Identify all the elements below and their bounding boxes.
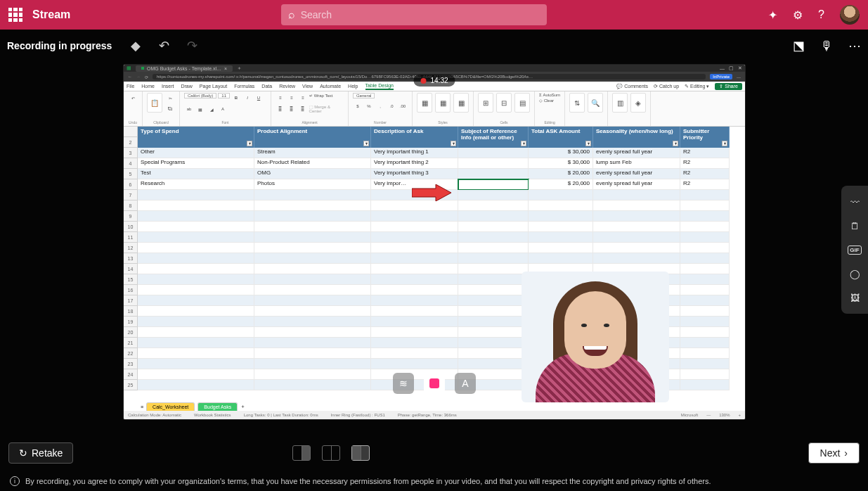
sort-filter-btn[interactable]: ⇅ [569, 93, 585, 113]
cell[interactable] [458, 327, 529, 338]
cell[interactable] [138, 253, 254, 264]
cell[interactable] [458, 359, 529, 369]
table-row[interactable]: TestOMGVery important thing 3$ 20,000eve… [138, 169, 745, 179]
row-header[interactable]: 21 [124, 338, 138, 348]
menu-draw[interactable]: Draw [181, 84, 192, 89]
italic-btn[interactable]: I [242, 93, 252, 103]
cell[interactable]: Very impor… [371, 179, 458, 190]
cell[interactable] [254, 317, 371, 327]
megaphone-icon[interactable]: ✦ [768, 8, 777, 22]
row-header[interactable]: 23 [124, 359, 138, 369]
cell[interactable] [529, 222, 593, 232]
cell[interactable] [138, 232, 254, 243]
cell[interactable] [138, 327, 254, 338]
cell[interactable] [680, 253, 730, 264]
menu-insert[interactable]: Insert [162, 84, 174, 89]
row-header[interactable]: 10 [124, 222, 138, 232]
cell[interactable] [680, 222, 730, 232]
cell[interactable] [138, 369, 254, 380]
cell[interactable] [458, 295, 529, 306]
cell[interactable] [371, 359, 458, 369]
row-header[interactable]: 6 [124, 179, 138, 190]
cell[interactable] [138, 200, 254, 211]
cell[interactable] [680, 295, 730, 306]
cell[interactable]: R2 [680, 179, 730, 190]
cell[interactable] [138, 211, 254, 222]
cell[interactable] [593, 232, 680, 243]
col-header[interactable]: Subject of Reference Info (email or othe… [458, 127, 529, 148]
row-header[interactable]: 15 [124, 274, 138, 285]
cell[interactable]: Stream [254, 148, 371, 158]
cell[interactable] [254, 211, 371, 222]
filter-icon[interactable]: ▾ [521, 141, 526, 146]
filter-icon[interactable]: ▾ [363, 141, 369, 146]
back-icon[interactable]: ← [128, 75, 132, 79]
search-box[interactable]: ⌕ [281, 4, 547, 25]
cell[interactable] [254, 190, 371, 200]
cell[interactable] [458, 317, 529, 327]
row-header[interactable]: 12 [124, 243, 138, 253]
clear-btn[interactable]: ◇ Clear [539, 98, 554, 103]
cell[interactable] [680, 380, 730, 390]
cell[interactable] [138, 380, 254, 390]
cell[interactable] [254, 243, 371, 253]
menu-view[interactable]: View [302, 84, 313, 89]
cell[interactable] [371, 253, 458, 264]
font-name[interactable]: Calibri (Body) [184, 93, 216, 98]
table-row[interactable]: ResearchPhotosVery impor…$ 20,000evenly … [138, 179, 745, 190]
cell[interactable] [371, 232, 458, 243]
wave-effect-icon[interactable]: 〰 [846, 193, 864, 211]
browser-tab[interactable]: OMG Budget Asks - Template.xl… × [136, 65, 233, 72]
blur-tool[interactable]: ≋ [393, 373, 414, 394]
font-size[interactable]: 11 [218, 93, 230, 98]
table-row[interactable]: OtherStreamVery important thing 1$ 30,00… [138, 148, 745, 158]
cell[interactable] [254, 264, 371, 274]
cell[interactable]: evenly spread full year [593, 148, 680, 158]
cell[interactable]: Research [138, 179, 254, 190]
cell[interactable] [138, 190, 254, 200]
cell[interactable] [593, 222, 680, 232]
col-header[interactable]: Product Alignment▾ [254, 127, 371, 148]
search-input[interactable] [301, 9, 540, 20]
cell[interactable] [371, 200, 458, 211]
layout-split[interactable] [322, 445, 340, 461]
cell[interactable] [371, 211, 458, 222]
cell[interactable] [254, 380, 371, 390]
cell[interactable] [458, 274, 529, 285]
col-header[interactable]: Description of Ask▾ [371, 127, 458, 148]
cell[interactable] [371, 317, 458, 327]
user-avatar[interactable] [840, 5, 860, 25]
row-header[interactable]: 2 [124, 137, 138, 148]
next-button[interactable]: Next› [808, 442, 860, 464]
cell[interactable] [593, 200, 680, 211]
cell[interactable] [458, 243, 529, 253]
cell[interactable] [371, 274, 458, 285]
col-header[interactable]: Seasonality (when/how long)▾ [593, 127, 680, 148]
highlight-tool[interactable] [424, 373, 445, 394]
flip-icon[interactable]: ⬔ [793, 38, 805, 53]
fmt-table-btn[interactable]: ▦ [435, 93, 451, 113]
mic-icon[interactable]: 🎙 [820, 39, 833, 53]
table-row[interactable] [138, 232, 745, 243]
image-effect-icon[interactable]: 🖼 [846, 288, 864, 307]
globe-effect-icon[interactable]: ◯ [846, 264, 864, 283]
cell[interactable] [138, 274, 254, 285]
layout-right[interactable] [351, 445, 370, 461]
menu-page-layout[interactable]: Page Layout [200, 84, 227, 89]
num-format[interactable]: General [353, 93, 375, 98]
cell[interactable]: $ 20,000 [529, 179, 593, 190]
cell[interactable] [254, 338, 371, 348]
cell[interactable] [458, 306, 529, 317]
cell[interactable] [254, 232, 371, 243]
all-sheets-icon[interactable]: ≡ [141, 404, 143, 409]
close-tab-icon[interactable]: × [224, 66, 227, 71]
gif-effect-icon[interactable]: GIF [846, 241, 864, 259]
layout-left[interactable] [292, 445, 311, 461]
row-header[interactable]: 11 [124, 232, 138, 243]
cell[interactable] [680, 306, 730, 317]
sheet-tab-calc[interactable]: Calc_Worksheet [146, 402, 195, 411]
cell[interactable]: Test [138, 169, 254, 179]
cell[interactable]: $ 30,000 [529, 158, 593, 169]
cell[interactable] [680, 327, 730, 338]
filter-icon[interactable]: ▾ [722, 141, 727, 146]
